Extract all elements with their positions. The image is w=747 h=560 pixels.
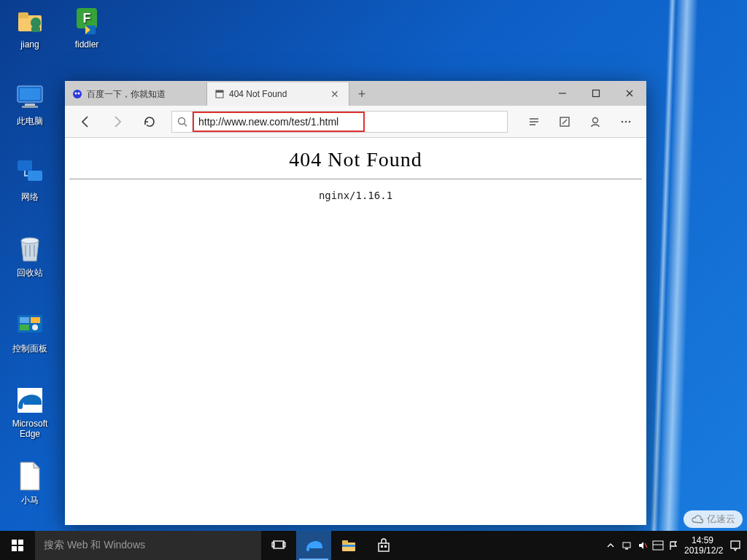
baidu-favicon-icon: [72, 89, 82, 99]
svg-rect-47: [342, 545, 355, 547]
refresh-button[interactable]: [135, 107, 164, 136]
desktop-icon-recyclebin[interactable]: 回收站: [4, 233, 55, 279]
watermark: 亿速云: [684, 510, 743, 528]
recycle-bin-icon: [15, 233, 45, 264]
desktop-icon-thispc[interactable]: 此电脑: [4, 82, 55, 128]
clock-time: 14:59: [684, 535, 721, 545]
start-button[interactable]: [0, 531, 35, 560]
icon-label: 小马: [21, 494, 39, 507]
page-content: 404 Not Found nginx/1.16.1: [65, 138, 646, 525]
svg-rect-25: [593, 90, 600, 97]
tab-title: 404 Not Found: [229, 89, 287, 99]
computer-icon: [15, 82, 45, 112]
icon-label: fiddler: [75, 39, 99, 50]
icon-label: jiang: [20, 39, 39, 50]
taskbar-explorer[interactable]: [331, 531, 366, 560]
svg-point-19: [73, 90, 82, 98]
volume-tray-icon[interactable]: [635, 531, 651, 560]
taskbar-search[interactable]: 搜索 Web 和 Windows: [35, 531, 261, 560]
svg-point-17: [32, 324, 38, 330]
cloud-icon: [691, 513, 704, 526]
svg-rect-40: [12, 546, 17, 551]
system-tray: 14:59 2019/12/2: [603, 531, 747, 560]
tab-404[interactable]: 404 Not Found ✕: [207, 82, 349, 106]
tab-bar: 百度一下，你就知道 404 Not Found ✕ +: [65, 81, 646, 106]
network-icon: [15, 158, 45, 188]
browser-window: 百度一下，你就知道 404 Not Found ✕ +: [65, 81, 646, 525]
svg-rect-52: [625, 548, 628, 550]
svg-rect-42: [274, 541, 284, 548]
tab-close-button[interactable]: ✕: [328, 88, 341, 100]
svg-rect-56: [731, 541, 740, 548]
desktop-icon-network[interactable]: 网络: [4, 158, 55, 203]
svg-rect-10: [18, 160, 32, 171]
desktop-icon-edge[interactable]: Microsoft Edge: [4, 385, 55, 439]
svg-point-2: [31, 18, 41, 28]
icon-label: 回收站: [17, 267, 43, 279]
svg-rect-38: [12, 540, 17, 545]
edge-icon: [15, 385, 45, 416]
svg-rect-23: [216, 90, 223, 93]
svg-point-21: [78, 93, 80, 95]
svg-rect-41: [18, 546, 23, 551]
back-button[interactable]: [71, 107, 100, 136]
control-panel-icon: [15, 309, 45, 340]
network-tray-icon[interactable]: [619, 531, 635, 560]
watermark-text: 亿速云: [707, 513, 735, 526]
desktop-icon-xiaoma[interactable]: 小马: [4, 461, 55, 507]
ime-tray-icon[interactable]: [651, 531, 665, 560]
svg-point-34: [593, 117, 598, 122]
svg-line-53: [645, 543, 647, 548]
url-input[interactable]: [198, 116, 359, 128]
divider: [69, 179, 642, 179]
minimize-button[interactable]: [546, 81, 579, 106]
svg-text:F: F: [83, 11, 91, 26]
taskbar-edge[interactable]: [296, 531, 331, 560]
icon-label: 网络: [21, 191, 39, 203]
svg-rect-50: [384, 545, 387, 548]
svg-point-20: [75, 93, 77, 95]
share-button[interactable]: [581, 107, 610, 136]
address-bar[interactable]: [171, 111, 508, 133]
svg-rect-51: [623, 542, 630, 548]
tab-title: 百度一下，你就知道: [87, 88, 166, 101]
server-line: nginx/1.16.1: [65, 190, 646, 201]
tab-baidu[interactable]: 百度一下，你就知道: [65, 82, 207, 106]
forward-button[interactable]: [103, 107, 132, 136]
window-controls: [546, 81, 646, 106]
svg-rect-48: [379, 543, 389, 551]
user-folder-icon: [15, 6, 45, 36]
svg-point-28: [178, 117, 185, 124]
notes-button[interactable]: [550, 107, 579, 136]
svg-rect-9: [22, 106, 38, 108]
icon-label: 控制面板: [12, 343, 47, 355]
maximize-button[interactable]: [579, 81, 613, 106]
svg-point-12: [21, 238, 39, 244]
tray-expand-icon[interactable]: [603, 531, 619, 560]
browser-toolbar: [65, 106, 646, 138]
taskbar-clock[interactable]: 14:59 2019/12/2: [681, 535, 724, 556]
svg-rect-46: [342, 540, 348, 544]
notifications-tray-icon[interactable]: [724, 531, 747, 560]
task-view-button[interactable]: [261, 531, 296, 560]
reading-view-button[interactable]: [519, 107, 549, 136]
taskbar: 搜索 Web 和 Windows 14:59 2019/12/2: [0, 531, 747, 560]
taskbar-store[interactable]: [366, 531, 401, 560]
svg-point-37: [629, 120, 631, 122]
close-window-button[interactable]: [613, 81, 646, 106]
svg-rect-14: [20, 317, 29, 323]
search-icon[interactable]: [172, 112, 193, 132]
desktop-icon-fiddler[interactable]: F fiddler: [61, 6, 112, 50]
svg-rect-1: [18, 12, 28, 18]
desktop-icon-controlpanel[interactable]: 控制面板: [4, 309, 55, 355]
flag-tray-icon[interactable]: [665, 531, 681, 560]
clock-date: 2019/12/2: [684, 545, 721, 556]
desktop-icon-jiang[interactable]: jiang: [4, 6, 55, 50]
icon-label: 此电脑: [17, 115, 43, 128]
svg-point-36: [625, 120, 627, 122]
icon-label: Microsoft Edge: [4, 419, 55, 439]
page-favicon-icon: [214, 89, 225, 99]
new-tab-button[interactable]: +: [349, 82, 374, 106]
more-button[interactable]: [611, 107, 640, 136]
svg-point-35: [622, 120, 624, 122]
